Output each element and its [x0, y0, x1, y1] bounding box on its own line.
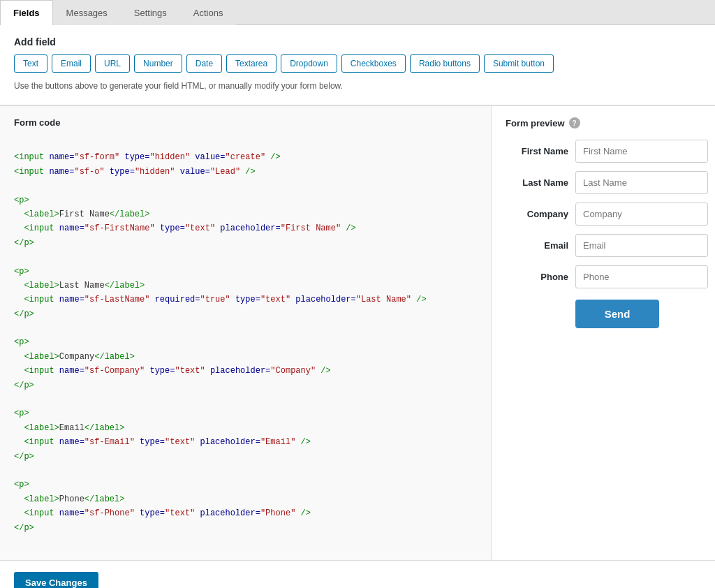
- field-btn-dropdown[interactable]: Dropdown: [281, 54, 337, 73]
- form-row-lastname: Last Name: [506, 171, 701, 194]
- field-btn-radio[interactable]: Radio buttons: [410, 54, 480, 73]
- input-email[interactable]: [575, 234, 708, 257]
- field-btn-textarea[interactable]: Textarea: [226, 54, 277, 73]
- field-btn-submit[interactable]: Submit button: [484, 54, 554, 73]
- form-code-title: Form code: [14, 117, 477, 128]
- input-phone[interactable]: [575, 265, 708, 288]
- field-btn-email[interactable]: Email: [52, 54, 91, 73]
- tab-messages[interactable]: Messages: [53, 0, 121, 25]
- label-lastname: Last Name: [506, 177, 568, 188]
- input-company[interactable]: [575, 203, 708, 226]
- form-row-email: Email: [506, 234, 701, 257]
- form-row-phone: Phone: [506, 265, 701, 288]
- field-buttons: Text Email URL Number Date Textarea Drop…: [14, 54, 701, 73]
- code-block[interactable]: <input name="sf-form" type="hidden" valu…: [14, 136, 477, 549]
- form-preview-panel: Form preview ? First Name Last Name Comp…: [492, 106, 715, 560]
- add-field-hint: Use the buttons above to generate your f…: [14, 81, 701, 91]
- label-email: Email: [506, 240, 568, 251]
- label-phone: Phone: [506, 272, 568, 282]
- field-btn-text[interactable]: Text: [14, 54, 47, 73]
- send-button[interactable]: Send: [575, 300, 659, 328]
- field-btn-date[interactable]: Date: [186, 54, 222, 73]
- label-firstname: First Name: [506, 146, 568, 156]
- field-btn-url[interactable]: URL: [95, 54, 130, 73]
- input-lastname[interactable]: [575, 171, 708, 194]
- tab-actions[interactable]: Actions: [180, 0, 237, 25]
- save-changes-button[interactable]: Save Changes: [14, 572, 98, 588]
- tab-settings[interactable]: Settings: [121, 0, 180, 25]
- add-field-title: Add field: [14, 36, 701, 47]
- footer-bar: Save Changes: [0, 560, 715, 588]
- tab-fields[interactable]: Fields: [0, 0, 53, 25]
- input-firstname[interactable]: [575, 140, 708, 163]
- field-btn-checkboxes[interactable]: Checkboxes: [341, 54, 406, 73]
- editor-section: Form code <input name="sf-form" type="hi…: [0, 105, 715, 560]
- tabs-bar: Fields Messages Settings Actions: [0, 0, 715, 25]
- form-row-firstname: First Name: [506, 140, 701, 163]
- field-btn-number[interactable]: Number: [134, 54, 182, 73]
- form-code-panel: Form code <input name="sf-form" type="hi…: [0, 106, 492, 560]
- add-field-section: Add field Text Email URL Number Date Tex…: [0, 25, 715, 105]
- main-container: Add field Text Email URL Number Date Tex…: [0, 25, 715, 588]
- preview-title-row: Form preview ?: [506, 117, 701, 128]
- help-icon[interactable]: ?: [569, 117, 580, 128]
- form-preview-title: Form preview: [506, 118, 565, 128]
- label-company: Company: [506, 209, 568, 219]
- form-row-company: Company: [506, 203, 701, 226]
- preview-form: First Name Last Name Company Email Phone: [506, 140, 701, 328]
